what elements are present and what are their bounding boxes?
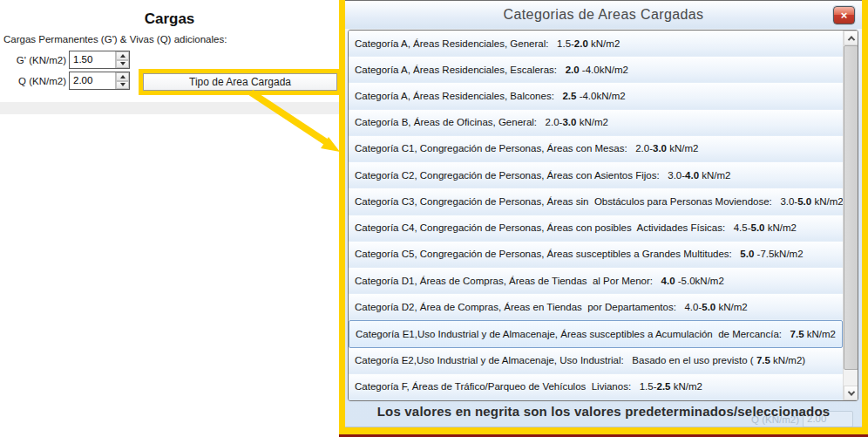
dialog-titlebar[interactable]: Categorias de Areas Cargadas <box>345 1 862 29</box>
list-item[interactable]: Categoría C3, Congregación de Personas, … <box>349 188 843 215</box>
list-item[interactable]: Categoría C1, Congregación de Personas, … <box>349 136 843 162</box>
category-rows: Categoría A, Áreas Residenciales, Genera… <box>349 31 843 400</box>
spinner-up-button[interactable] <box>116 72 129 81</box>
spinner-down-button[interactable] <box>116 81 129 90</box>
g-prime-label: G' (KN/m2) <box>0 55 66 65</box>
chevron-down-icon <box>847 388 854 395</box>
list-item[interactable]: Categoría B, Áreas de Oficinas, General:… <box>349 110 843 136</box>
chevron-up-icon <box>847 36 854 43</box>
list-item[interactable]: Categoría C4, Congregación de Personas, … <box>349 215 843 242</box>
list-item[interactable]: Categoría A, Áreas Residenciales, Balcon… <box>349 83 843 109</box>
q-label: Q (KN/m2) <box>0 76 66 86</box>
g-prime-stepper[interactable]: 1.50 <box>69 51 130 69</box>
q-stepper[interactable]: 2.00 <box>69 72 130 90</box>
spinner <box>115 72 129 89</box>
close-button[interactable]: × <box>833 6 855 24</box>
list-item[interactable]: Categoría C2, Congregación de Personas, … <box>349 162 843 188</box>
triangle-up-icon <box>120 54 125 58</box>
triangle-down-icon <box>120 62 125 65</box>
page-title: Cargas <box>0 10 339 28</box>
spinner-up-button[interactable] <box>116 51 129 60</box>
footer-note: Los valores en negrita son los valores p… <box>345 404 862 419</box>
list-item[interactable]: Categoría F, Áreas de Tráfico/Parqueo de… <box>349 374 843 400</box>
scroll-down-button[interactable] <box>844 386 858 400</box>
dialog-glass-frame: Categorias de Areas Cargadas × Categoría… <box>345 0 862 427</box>
vertical-scrollbar[interactable] <box>843 31 858 400</box>
list-item[interactable]: Categoría D2, Área de Compras, Áreas en … <box>349 294 843 320</box>
list-item[interactable]: Categoría E1,Uso Industrial y de Almacen… <box>349 320 843 347</box>
scroll-up-button[interactable] <box>844 31 858 45</box>
g-prime-value[interactable]: 1.50 <box>70 51 115 68</box>
screenshot-canvas: Cargas Cargas Permanentes (G') & Vivas (… <box>0 0 868 437</box>
triangle-up-icon <box>120 75 125 79</box>
scrollbar-thumb[interactable] <box>844 45 858 370</box>
loads-panel: Cargas Cargas Permanentes (G') & Vivas (… <box>0 0 339 437</box>
list-item[interactable]: Categoría A, Áreas Residenciales, Genera… <box>349 31 843 57</box>
list-item[interactable]: Categoría C5, Congregación de Personas, … <box>349 242 843 268</box>
triangle-down-icon <box>120 83 125 86</box>
annotation-arrow <box>244 87 349 160</box>
list-item[interactable]: Categoría D1, Áreas de Compras, Áreas de… <box>349 268 843 294</box>
list-item[interactable]: Categoría E2,Uso Industrial y de Almacen… <box>349 348 843 374</box>
spinner <box>115 51 129 68</box>
loads-subtitle: Cargas Permanentes (G') & Vivas (Q) adic… <box>3 34 227 44</box>
list-item[interactable]: Categoría A, Áreas Residenciales, Escale… <box>349 57 843 83</box>
q-value[interactable]: 2.00 <box>70 72 115 89</box>
categorias-dialog: Categorias de Areas Cargadas × Categoría… <box>339 0 868 437</box>
spinner-down-button[interactable] <box>116 60 129 69</box>
dialog-title: Categorias de Areas Cargadas <box>345 7 862 23</box>
category-list: Categoría A, Áreas Residenciales, Genera… <box>348 30 858 401</box>
close-icon: × <box>841 9 848 22</box>
